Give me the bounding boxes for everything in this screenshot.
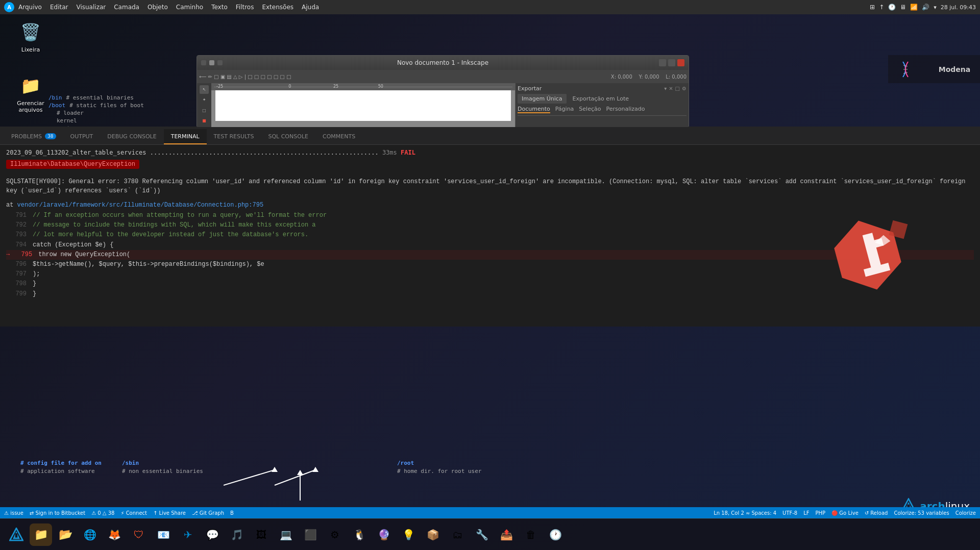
toolbar-icons: ⟵ ✏ □ ▣ ▤ △ ▷ | □ □ □ □ □ □ □ bbox=[199, 74, 291, 80]
arch-logo-icon: A bbox=[4, 2, 14, 12]
taskbar-brave-icon[interactable]: 🛡 bbox=[128, 523, 150, 546]
status-encoding[interactable]: UTF-8 bbox=[782, 510, 797, 516]
l-value: 0,000 bbox=[672, 74, 687, 80]
taskbar-wrench-icon[interactable]: 🔧 bbox=[471, 523, 493, 546]
status-right: Ln 18, Col 2 ≈ Spaces: 4 UTF-8 LF PHP 🔴 … bbox=[714, 510, 976, 516]
export-dropdown[interactable]: ▾ bbox=[664, 86, 667, 91]
status-golive[interactable]: 🔴 Go Live bbox=[831, 510, 859, 516]
taskbar-telegram-icon[interactable]: ✈ bbox=[177, 523, 199, 546]
inkscape-maximize-btn[interactable] bbox=[668, 59, 675, 66]
inkscape-canvas bbox=[215, 90, 511, 121]
inkscape-toolbar: ⟵ ✏ □ ▣ ▤ △ ▷ | □ □ □ □ □ □ □ X: 0,000 Y… bbox=[197, 70, 689, 83]
problems-badge: 38 bbox=[45, 133, 56, 139]
lixeira-icon: 🗑️ bbox=[18, 20, 43, 44]
tab-sql[interactable]: SQL CONSOLE bbox=[261, 129, 315, 144]
at-link[interactable]: vendor/laravel/framework/src/Illuminate/… bbox=[17, 202, 263, 209]
taskbar-package-icon[interactable]: 📦 bbox=[422, 523, 444, 546]
menu-arquivo[interactable]: Arquivo bbox=[18, 4, 42, 11]
menu-ajuda[interactable]: Ajuda bbox=[302, 4, 319, 11]
taskbar-arch-icon[interactable] bbox=[5, 523, 28, 546]
menu-texto[interactable]: Texto bbox=[211, 4, 228, 11]
toolbox-color[interactable]: ■ bbox=[200, 116, 209, 125]
export-expand[interactable]: □ bbox=[675, 86, 680, 91]
status-colorize2[interactable]: Colorize bbox=[955, 510, 976, 516]
tab-terminal[interactable]: TERMINAL bbox=[164, 129, 207, 144]
tab-comments[interactable]: COMMENTS bbox=[315, 129, 362, 144]
status-bitbucket[interactable]: ⇄ Sign in to Bitbucket bbox=[30, 510, 85, 516]
taskbar-archive-icon[interactable]: 🗂 bbox=[446, 523, 469, 546]
tab-output[interactable]: OUTPUT bbox=[63, 129, 101, 144]
toolbox-select[interactable]: ↖ bbox=[200, 85, 209, 94]
status-gitgraph[interactable]: ⎇ Git Graph bbox=[192, 510, 224, 516]
toolbox-node[interactable]: ✦ bbox=[200, 95, 209, 104]
status-bar: ⚠ issue ⇄ Sign in to Bitbucket ⚠ 0 △ 38 … bbox=[0, 507, 980, 518]
inkscape-close-btn[interactable] bbox=[677, 59, 684, 66]
taskbar-clock-icon[interactable]: 🕐 bbox=[544, 523, 567, 546]
taskbar-settings-icon[interactable]: ⚙ bbox=[324, 523, 346, 546]
taskbar-filezilla-icon[interactable]: 📤 bbox=[495, 523, 518, 546]
tab-debug[interactable]: DEBUG CONSOLE bbox=[100, 129, 163, 144]
menu-extensoes[interactable]: Extensões bbox=[262, 4, 293, 11]
status-liveshare[interactable]: ↑ Live Share bbox=[153, 510, 186, 516]
taskbar-trash-icon[interactable]: 🗑 bbox=[520, 523, 542, 546]
toolbox-rect[interactable]: □ bbox=[200, 106, 209, 115]
inkscape-expand-icon[interactable] bbox=[217, 60, 223, 65]
menu-editar[interactable]: Editar bbox=[50, 4, 68, 11]
inkscape-edit-icon[interactable] bbox=[209, 60, 214, 65]
taskbar-music-icon[interactable]: 🎵 bbox=[226, 523, 248, 546]
svg-marker-9 bbox=[297, 470, 303, 475]
status-language[interactable]: PHP bbox=[816, 510, 826, 516]
inkscape-title: Novo documento 1 - Inkscape bbox=[227, 59, 659, 66]
export-settings[interactable]: ⚙ bbox=[682, 86, 687, 91]
taskbar-files-icon[interactable]: 📁 bbox=[30, 523, 52, 546]
inkscape-minimize-btn[interactable] bbox=[659, 59, 666, 66]
taskbar-terminal-icon[interactable]: ⬛ bbox=[299, 523, 322, 546]
taskbar-chromium-icon[interactable]: 🌐 bbox=[79, 523, 101, 546]
gerenciar-label: Gerenciar arquivos bbox=[12, 100, 49, 113]
export-subtab-personalizado[interactable]: Personalizado bbox=[606, 106, 645, 113]
status-connect[interactable]: ⚡ Connect bbox=[120, 510, 147, 516]
migration-line: 2023_09_06_113202_alter_table_services .… bbox=[6, 149, 974, 157]
export-subtab-documento[interactable]: Documento bbox=[518, 106, 550, 113]
taskbar-signal-icon[interactable]: 💬 bbox=[201, 523, 224, 546]
taskbar-folder-icon[interactable]: 📂 bbox=[54, 523, 77, 546]
taskbar-linux-icon[interactable]: 🐧 bbox=[348, 523, 371, 546]
dir-arrows bbox=[224, 460, 377, 511]
status-colorize[interactable]: Colorize: 53 variables bbox=[894, 510, 949, 516]
tab-problems[interactable]: PROBLEMS 38 bbox=[4, 129, 63, 144]
desktop-icon-lixeira[interactable]: 🗑️ Lixeira bbox=[10, 18, 51, 55]
taskbar-green-icon[interactable]: 💡 bbox=[397, 523, 420, 546]
status-branch[interactable]: B bbox=[230, 510, 234, 516]
tray-display-icon: 🖥 bbox=[900, 4, 906, 11]
taskbar-firefox-icon[interactable]: 🦊 bbox=[103, 523, 126, 546]
export-subtab-pagina[interactable]: Página bbox=[555, 106, 574, 113]
status-reload[interactable]: ↺ Reload bbox=[865, 510, 888, 516]
tray-wifi-icon: 📶 bbox=[910, 4, 918, 11]
status-errors[interactable]: ⚠ 0 △ 38 bbox=[91, 510, 114, 516]
menu-camada[interactable]: Camada bbox=[114, 4, 139, 11]
svg-line-4 bbox=[224, 470, 275, 485]
export-imagem-unica[interactable]: Imagem Única bbox=[518, 94, 567, 104]
top-bar-menu: Arquivo Editar Visualizar Camada Objeto … bbox=[18, 4, 319, 11]
tray-grid-icon: ⊞ bbox=[870, 4, 875, 11]
inkscape-nav-back[interactable] bbox=[201, 60, 206, 65]
export-subtab-selecao[interactable]: Seleção bbox=[579, 106, 601, 113]
menu-visualizar[interactable]: Visualizar bbox=[76, 4, 106, 11]
taskbar-gimp-icon[interactable]: 🖼 bbox=[250, 523, 273, 546]
status-eol[interactable]: LF bbox=[803, 510, 809, 516]
taskbar-vscode-icon[interactable]: 💻 bbox=[275, 523, 297, 546]
top-bar-right: ⊞ ↑ 🕐 🖥 📶 🔊 ▾ 28 jul. 09:43 bbox=[870, 4, 976, 11]
svg-marker-5 bbox=[272, 467, 278, 472]
menu-caminho[interactable]: Caminho bbox=[176, 4, 203, 11]
menu-objeto[interactable]: Objeto bbox=[148, 4, 168, 11]
inkscape-titlebar: Novo documento 1 - Inkscape bbox=[197, 56, 689, 70]
taskbar-purple-icon[interactable]: 🔮 bbox=[373, 523, 395, 546]
status-issue[interactable]: ⚠ issue bbox=[4, 510, 23, 516]
tab-test[interactable]: TEST RESULTS bbox=[207, 129, 261, 144]
status-cursor-pos[interactable]: Ln 18, Col 2 ≈ Spaces: 4 bbox=[714, 510, 776, 516]
desktop-icon-gerenciar[interactable]: 📁 Gerenciar arquivos bbox=[10, 71, 51, 115]
export-close[interactable]: ✕ bbox=[669, 86, 673, 91]
taskbar-mail-icon[interactable]: 📧 bbox=[152, 523, 175, 546]
menu-filtros[interactable]: Filtros bbox=[236, 4, 254, 11]
export-em-lote[interactable]: Exportação em Lote bbox=[569, 94, 633, 104]
